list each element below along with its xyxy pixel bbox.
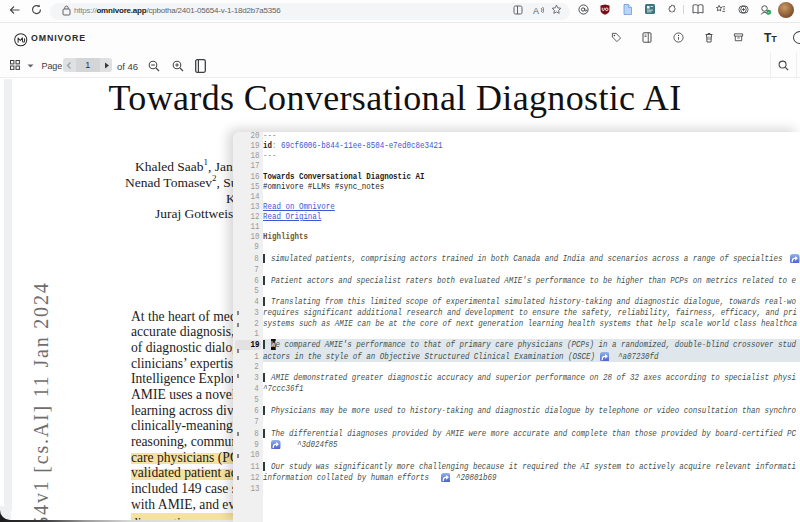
svg-text:A: A [533, 6, 539, 16]
